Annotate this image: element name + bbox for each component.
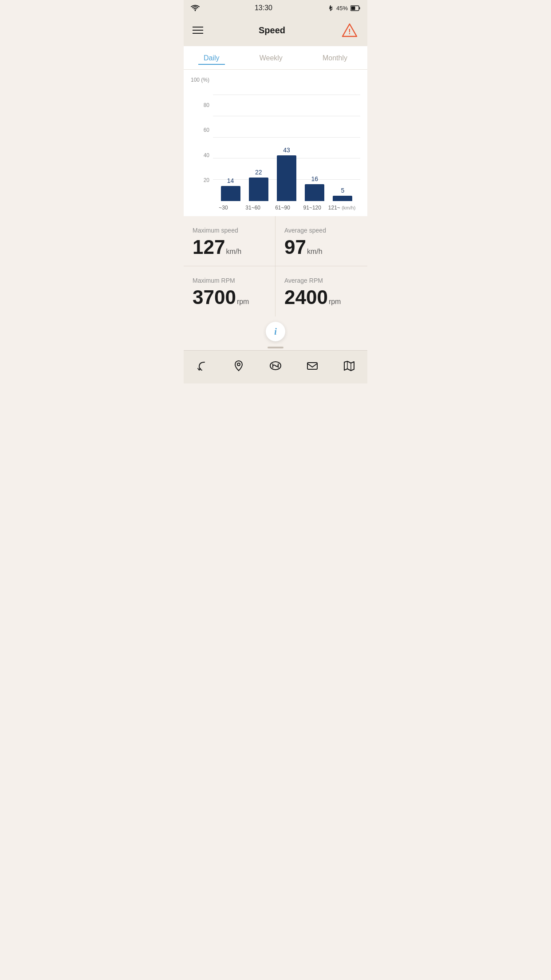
stat-avg-rpm-number: 2400	[284, 288, 328, 307]
drag-pill	[268, 347, 283, 348]
bar-group-121: 5	[333, 187, 352, 201]
menu-button[interactable]	[193, 27, 203, 34]
y-label-20: 20	[191, 177, 209, 183]
map-icon	[343, 360, 355, 372]
stat-avg-rpm-label: Average RPM	[284, 277, 358, 284]
warning-triangle-icon: !	[342, 23, 358, 37]
x-label-30: ~30	[209, 205, 238, 211]
hyundai-icon	[269, 360, 282, 372]
stat-avg-speed-label: Average speed	[284, 227, 358, 234]
tab-bar: Daily Weekly Monthly	[184, 46, 367, 70]
nav-mail[interactable]	[302, 357, 323, 375]
stat-avg-speed-value: 97 km/h	[284, 237, 358, 257]
bar-value-120: 16	[311, 175, 318, 182]
stat-avg-rpm-value: 2400 rpm	[284, 288, 358, 307]
drag-indicator	[184, 344, 367, 350]
bar-90	[277, 155, 296, 201]
stat-max-speed: Maximum speed 127 km/h	[184, 216, 276, 266]
bar-30	[221, 186, 240, 201]
chart-inner: 14 22 43 16	[213, 95, 360, 201]
y-label-100: 100 (%)	[191, 77, 209, 83]
status-bar: 13:30 45%	[184, 0, 367, 16]
nav-location[interactable]	[228, 357, 249, 375]
status-time: 13:30	[255, 4, 272, 12]
bar-value-90: 43	[283, 146, 290, 154]
nav-map[interactable]	[338, 357, 360, 375]
battery-icon	[350, 5, 360, 11]
x-labels: ~30 31~60 61~90 91~120 121~ (km/h)	[205, 201, 360, 211]
location-icon	[232, 360, 245, 372]
chart-area: 100 (%) 80 60 40 20 14	[191, 77, 360, 201]
x-label-120: 91~120	[297, 205, 327, 211]
y-label-40: 40	[191, 152, 209, 158]
stat-max-speed-number: 127	[193, 237, 225, 257]
bar-60	[249, 178, 268, 201]
stat-max-rpm-label: Maximum RPM	[193, 277, 266, 284]
header: Speed !	[184, 16, 367, 46]
x-label-90: 61~90	[268, 205, 298, 211]
stats-section: Maximum speed 127 km/h Average speed 97 …	[184, 216, 367, 316]
battery-status: 45%	[327, 5, 360, 12]
wifi-icon	[191, 5, 200, 11]
x-label-60: 31~60	[238, 205, 268, 211]
stat-avg-speed-unit: km/h	[307, 248, 323, 256]
bar-group-30: 14	[221, 177, 240, 201]
bar-value-121: 5	[341, 187, 344, 194]
y-label-60: 60	[191, 127, 209, 133]
stat-avg-speed: Average speed 97 km/h	[276, 216, 367, 266]
tab-weekly[interactable]: Weekly	[254, 52, 288, 65]
warning-button[interactable]: !	[341, 21, 358, 39]
stat-max-rpm: Maximum RPM 3700 rpm	[184, 266, 276, 316]
x-label-121: 121~ (km/h)	[327, 205, 357, 211]
page-title: Speed	[259, 25, 285, 36]
y-label-80: 80	[191, 102, 209, 108]
bottom-nav	[184, 350, 367, 383]
stat-max-speed-value: 127 km/h	[193, 237, 266, 257]
nav-home[interactable]	[265, 357, 286, 375]
bar-group-120: 16	[305, 175, 324, 201]
bar-value-60: 22	[255, 169, 262, 176]
chart-section: 100 (%) 80 60 40 20 14	[184, 70, 367, 216]
nav-back[interactable]	[191, 357, 213, 375]
svg-rect-1	[359, 7, 360, 9]
stat-avg-speed-number: 97	[284, 237, 306, 257]
wifi-status	[191, 5, 200, 11]
bluetooth-icon	[327, 5, 334, 11]
bar-value-30: 14	[227, 177, 234, 184]
svg-rect-2	[351, 6, 355, 10]
svg-text:!: !	[348, 28, 350, 36]
svg-rect-6	[307, 363, 317, 369]
stat-max-rpm-unit: rpm	[237, 298, 249, 306]
stat-avg-rpm: Average RPM 2400 rpm	[276, 266, 367, 316]
stat-max-rpm-value: 3700 rpm	[193, 288, 266, 307]
bars-container: 14 22 43 16	[213, 95, 360, 201]
mail-icon	[306, 360, 319, 372]
bar-group-60: 22	[249, 169, 268, 201]
stat-max-speed-label: Maximum speed	[193, 227, 266, 234]
stat-max-rpm-number: 3700	[193, 288, 236, 307]
tab-daily[interactable]: Daily	[198, 52, 225, 65]
info-btn-container: i	[184, 316, 367, 344]
bar-120	[305, 184, 324, 201]
back-icon	[196, 360, 208, 372]
info-button[interactable]: i	[266, 322, 285, 341]
bar-group-90: 43	[277, 146, 296, 201]
svg-point-4	[237, 363, 240, 366]
battery-pct: 45%	[336, 5, 348, 12]
stat-max-speed-unit: km/h	[226, 248, 241, 256]
tab-monthly[interactable]: Monthly	[317, 52, 353, 65]
y-axis: 100 (%) 80 60 40 20	[191, 77, 209, 183]
bar-121	[333, 196, 352, 201]
stat-avg-rpm-unit: rpm	[329, 298, 341, 306]
x-unit: (km/h)	[342, 205, 355, 210]
